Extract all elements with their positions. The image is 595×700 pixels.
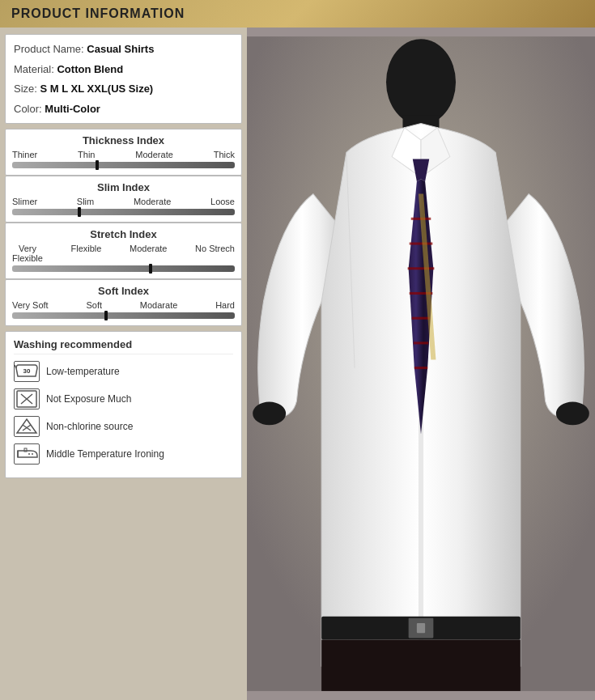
index-label: Soft xyxy=(86,300,102,310)
index-label: Thiner xyxy=(12,150,37,159)
index-label: No Strech xyxy=(195,244,235,263)
index-title-2: Stretch Index xyxy=(12,228,235,240)
index-boxes: Thickness IndexThinerThinModerateThickSl… xyxy=(5,129,242,326)
index-label: Slim xyxy=(77,197,94,206)
wash-icon-1 xyxy=(14,388,40,409)
material-value: Cotton Blend xyxy=(57,63,123,75)
index-box-3: Soft IndexVery SoftSoftModarateHard xyxy=(5,279,242,326)
shirt-image xyxy=(247,28,595,700)
svg-text:30: 30 xyxy=(23,367,31,375)
product-name-label: Product Name: xyxy=(14,43,84,55)
content-row: Product Name: Casual Shirts Material: Co… xyxy=(0,28,595,700)
index-label: Thick xyxy=(214,150,235,159)
index-label: Very Flexible xyxy=(12,244,43,263)
index-title-0: Thickness Index xyxy=(12,134,235,146)
left-panel: Product Name: Casual Shirts Material: Co… xyxy=(0,28,247,700)
index-box-2: Stretch IndexVery FlexibleFlexibleModera… xyxy=(5,223,242,279)
svg-point-28 xyxy=(253,402,286,426)
washing-items: 30 Low-temperature Not Exposure Much Non… xyxy=(14,361,233,465)
index-indicator-1 xyxy=(78,207,81,217)
index-label: Slimer xyxy=(12,197,37,206)
product-image-panel xyxy=(247,28,595,700)
index-bar-1 xyxy=(12,209,235,215)
size-value: S M L XL XXL(US Size) xyxy=(40,83,154,95)
color-label: Color: xyxy=(14,103,42,115)
washing-title: Washing recommended xyxy=(14,338,233,354)
washing-item-1: Not Exposure Much xyxy=(14,388,233,409)
product-info-box: Product Name: Casual Shirts Material: Co… xyxy=(5,34,242,124)
index-label: Moderate xyxy=(135,150,172,159)
index-label: Thin xyxy=(78,150,95,159)
washing-box: Washing recommended 30 Low-temperature N… xyxy=(5,331,242,478)
index-labels-3: Very SoftSoftModarateHard xyxy=(12,300,235,310)
washing-item-2: Non-chlorine source xyxy=(14,416,233,437)
wash-icon-0: 30 xyxy=(14,361,40,382)
index-title-1: Slim Index xyxy=(12,181,235,193)
index-bar-0 xyxy=(12,162,235,168)
material-row: Material: Cotton Blend xyxy=(14,62,233,78)
index-labels-1: SlimerSlimModerateLoose xyxy=(12,197,235,206)
svg-rect-27 xyxy=(417,623,425,633)
index-labels-2: Very FlexibleFlexibleModerateNo Strech xyxy=(12,244,235,263)
index-bar-3 xyxy=(12,312,235,319)
index-label: Flexible xyxy=(71,244,102,263)
material-label: Material: xyxy=(14,63,54,75)
index-labels-0: ThinerThinModerateThick xyxy=(12,150,235,159)
index-label: Very Soft xyxy=(12,300,49,310)
index-indicator-0 xyxy=(96,160,99,170)
washing-item-3: Middle Temperature Ironing xyxy=(14,443,233,465)
index-indicator-2 xyxy=(149,264,152,274)
index-label: Loose xyxy=(210,197,235,206)
index-title-3: Soft Index xyxy=(12,285,235,297)
svg-rect-30 xyxy=(321,639,521,690)
index-label: Moderate xyxy=(134,197,171,206)
svg-line-1 xyxy=(15,365,16,368)
main-container: PRODUCT INFORMATION Product Name: Casual… xyxy=(0,0,595,700)
size-row: Size: S M L XL XXL(US Size) xyxy=(14,81,233,97)
size-label: Size: xyxy=(14,83,37,95)
svg-point-29 xyxy=(556,402,589,426)
washing-item-0: 30 Low-temperature xyxy=(14,361,233,382)
product-name-row: Product Name: Casual Shirts xyxy=(14,41,233,57)
svg-point-12 xyxy=(386,39,456,125)
wash-label-3: Middle Temperature Ironing xyxy=(46,448,164,460)
wash-label-2: Non-chlorine source xyxy=(46,421,133,432)
header-bar: PRODUCT INFORMATION xyxy=(0,0,595,28)
color-value: Multi-Color xyxy=(45,103,100,115)
product-name-value: Casual Shirts xyxy=(87,43,154,55)
index-bar-2 xyxy=(12,265,235,272)
index-label: Moderate xyxy=(130,244,167,263)
svg-point-10 xyxy=(32,453,33,455)
page-title: PRODUCT INFORMATION xyxy=(11,6,185,21)
index-label: Hard xyxy=(215,300,235,310)
wash-icon-2 xyxy=(14,416,40,437)
svg-point-9 xyxy=(28,453,30,455)
wash-label-1: Not Exposure Much xyxy=(46,393,131,405)
index-box-0: Thickness IndexThinerThinModerateThick xyxy=(5,129,242,176)
index-label: Modarate xyxy=(140,300,177,310)
wash-icon-3 xyxy=(14,443,40,465)
wash-label-0: Low-temperature xyxy=(46,366,120,377)
index-indicator-3 xyxy=(104,311,108,320)
index-box-1: Slim IndexSlimerSlimModerateLoose xyxy=(5,176,242,223)
color-row: Color: Multi-Color xyxy=(14,101,233,117)
